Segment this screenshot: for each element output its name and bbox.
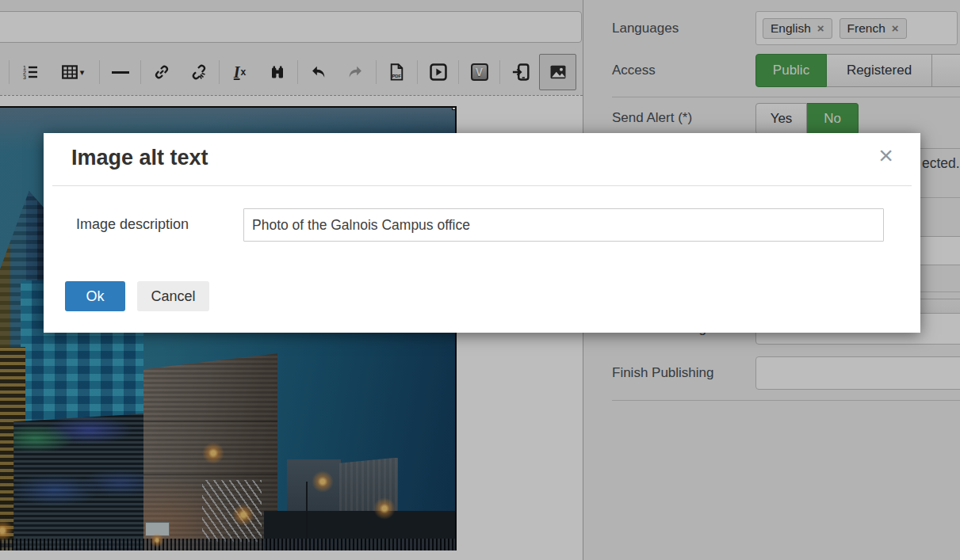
- image-alt-text-modal: Image alt text × Image description Ok Ca…: [44, 133, 920, 333]
- image-description-input[interactable]: [243, 208, 884, 242]
- close-icon[interactable]: ×: [878, 143, 893, 168]
- ok-button[interactable]: Ok: [65, 281, 125, 311]
- modal-header-divider: [52, 185, 912, 186]
- modal-title: Image alt text: [71, 146, 208, 170]
- cancel-button[interactable]: Cancel: [137, 281, 209, 311]
- image-description-label: Image description: [76, 216, 189, 233]
